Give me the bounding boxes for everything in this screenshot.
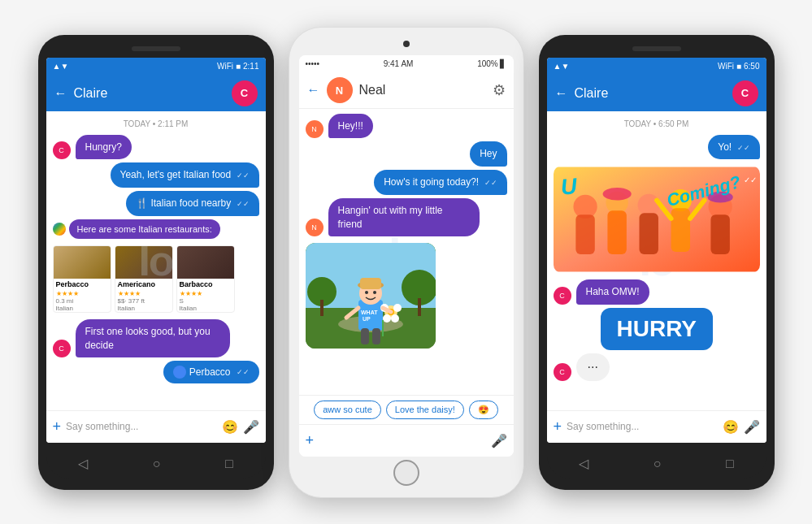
card-name-2: Americano	[115, 279, 172, 290]
time-right: 6:50	[744, 62, 759, 71]
smart-reply-1[interactable]: aww so cute	[314, 401, 381, 419]
plus-button-left[interactable]: +	[53, 418, 62, 435]
photo-placeholder-center: WHAT UP	[306, 243, 436, 349]
msg-row-c3: How's it going today?! ✓✓	[306, 170, 507, 195]
bubble-m7: Perbacco ✓✓	[163, 361, 259, 383]
chat-area-left: Io TODAY • 2:11 PM C Hungry? Yeah, let's…	[46, 111, 266, 410]
restaurant-card-3[interactable]: Barbacco ★★★★ S Italian	[176, 245, 235, 313]
status-bar-right: ▲▼ WiFi ■ 6:50	[547, 58, 766, 76]
msg-row-r3: C Haha OMW!	[554, 279, 760, 305]
svg-rect-11	[360, 278, 381, 289]
msg-row-m7: Perbacco ✓✓	[53, 361, 259, 383]
check-r1: ✓✓	[737, 144, 750, 152]
phone-center: ••••• 9:41 AM 100% ▋ ← N Neal ⚙ Io N Hey…	[289, 27, 524, 498]
restaurant-card-2[interactable]: Americano ★★★★ $$· 377 ft Italian	[115, 245, 173, 313]
msg-row-c1: N Hey!!!	[306, 114, 507, 139]
date-label-left: TODAY • 2:11 PM	[53, 119, 259, 128]
mic-button-right[interactable]: 🎤	[744, 419, 760, 435]
contact-name-left: Claire	[74, 86, 225, 101]
card-info-1: 0.3 mi	[54, 297, 111, 305]
bubble-c3: How's it going today?! ✓✓	[374, 170, 506, 195]
msg-row-r5: C ···	[554, 353, 760, 381]
card-stars-3: ★★★★	[177, 290, 234, 297]
home-nav-left[interactable]: ○	[153, 457, 161, 471]
back-nav-left[interactable]: ◁	[78, 456, 88, 471]
msg-row-m3: 🍴 Italian food nearby ✓✓	[53, 191, 259, 216]
restaurant-card-1[interactable]: Perbacco ★★★★ 0.3 mi Italian	[53, 245, 111, 313]
speaker-right	[632, 46, 681, 51]
plus-button-right[interactable]: +	[554, 418, 562, 435]
mic-button-left[interactable]: 🎤	[243, 419, 259, 435]
bubble-c4: Hangin' out with my little friend	[328, 198, 480, 237]
screen-center: ••••• 9:41 AM 100% ▋ ← N Neal ⚙ Io N Hey…	[299, 55, 514, 457]
speaker-left	[132, 46, 180, 51]
back-button-left[interactable]: ←	[54, 86, 67, 101]
recents-nav-left[interactable]: □	[225, 457, 233, 471]
back-button-center[interactable]: ←	[307, 83, 320, 97]
check-c3: ✓✓	[484, 179, 497, 187]
plus-button-center[interactable]: +	[306, 432, 315, 449]
input-bar-center[interactable]: + 🎤	[299, 424, 514, 457]
card-img-1	[54, 246, 111, 279]
msg-row-r1: Yo! ✓✓	[554, 135, 760, 160]
status-right-info: WiFi ■ 2:11	[217, 62, 259, 71]
avatar-left: C	[232, 80, 258, 106]
status-left-info: ▲▼	[53, 62, 69, 71]
recents-nav-right[interactable]: □	[726, 457, 734, 471]
message-input-left[interactable]: Say something...	[66, 421, 216, 432]
card-name-3: Barbacco	[177, 279, 234, 290]
emoji-button-left[interactable]: 😊	[222, 419, 238, 435]
battery-icon-right: ■	[736, 62, 741, 71]
home-button-area	[299, 457, 514, 489]
card-type-3: Italian	[177, 305, 234, 312]
restaurant-cards: Perbacco ★★★★ 0.3 mi Italian Americano ★…	[53, 245, 259, 313]
contact-name-center: Neal	[359, 83, 486, 97]
check-m7: ✓✓	[237, 368, 250, 376]
msg-row-c2: Hey	[306, 141, 507, 167]
back-nav-right[interactable]: ◁	[579, 456, 588, 471]
check-m2: ✓✓	[237, 171, 250, 180]
battery-center: 100% ▋	[477, 59, 506, 68]
card-info-2: $$· 377 ft	[115, 297, 172, 305]
bubble-m6: First one looks good, but you decide	[76, 319, 231, 358]
time-center: 9:41 AM	[384, 59, 414, 68]
group-photo-svg: U Coming? ✓✓	[554, 166, 760, 273]
status-right-center: 100% ▋	[477, 59, 506, 68]
svg-rect-39	[710, 214, 729, 254]
chat-header-left: ← Claire C	[46, 76, 266, 111]
svg-point-21	[393, 304, 402, 312]
home-nav-right[interactable]: ○	[654, 457, 662, 471]
svg-rect-16	[361, 328, 369, 344]
emoji-button-right[interactable]: 😊	[723, 419, 739, 435]
bubble-m1: Hungry?	[76, 135, 132, 160]
phone-left: ▲▼ WiFi ■ 2:11 ← Claire C Io TODAY • 2:1…	[38, 35, 274, 490]
chat-area-right: Io TODAY • 6:50 PM Yo! ✓✓	[547, 111, 766, 410]
message-input-right[interactable]: Say something...	[567, 421, 717, 432]
assistant-icon	[53, 223, 66, 236]
phones-container: ▲▼ WiFi ■ 2:11 ← Claire C Io TODAY • 2:1…	[22, 11, 791, 514]
avatar-m1: C	[53, 141, 71, 159]
smart-reply-2[interactable]: Love the daisy!	[386, 401, 464, 419]
phone-right: ▲▼ WiFi ■ 6:50 ← Claire C Io TODAY • 6:5…	[539, 35, 775, 490]
home-button[interactable]	[393, 460, 419, 486]
avatar-r5: C	[554, 363, 571, 381]
card-stars-2: ★★★★	[115, 290, 172, 297]
svg-point-13	[373, 291, 376, 294]
smart-reply-3[interactable]: 😍	[469, 401, 498, 419]
child-photo-svg: WHAT UP	[306, 243, 436, 349]
input-bar-right[interactable]: + Say something... 😊 🎤	[547, 410, 766, 443]
gear-icon-center[interactable]: ⚙	[493, 81, 506, 99]
card-img-3	[177, 246, 234, 279]
svg-point-23	[391, 314, 399, 323]
bubble-c1: Hey!!!	[328, 114, 373, 139]
mic-button-center[interactable]: 🎤	[491, 433, 507, 448]
battery-icon-left: ■	[236, 62, 241, 71]
svg-rect-4	[320, 300, 323, 316]
contact-name-right: Claire	[575, 86, 726, 101]
back-button-right[interactable]: ←	[555, 86, 568, 101]
svg-point-32	[637, 194, 659, 216]
msg-row-m2: Yeah, let's get Italian food ✓✓	[53, 162, 259, 188]
svg-point-40	[602, 188, 631, 201]
input-bar-left[interactable]: + Say something... 😊 🎤	[46, 410, 266, 443]
perbacco-text: Perbacco	[189, 366, 231, 378]
